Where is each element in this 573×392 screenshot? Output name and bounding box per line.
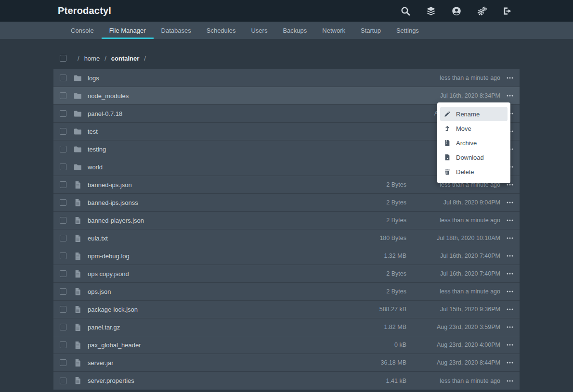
context-menu-item-download[interactable]: Download (440, 150, 508, 164)
row-checkbox[interactable] (60, 164, 66, 170)
file-name: package-lock.json (88, 306, 353, 313)
row-actions-button[interactable] (500, 301, 520, 318)
context-menu-item-archive[interactable]: Archive (440, 136, 508, 150)
file-icon (74, 216, 82, 225)
file-modified-date: less than a minute ago (406, 288, 500, 295)
row-actions-button[interactable] (500, 336, 520, 354)
tab-console[interactable]: Console (63, 22, 102, 39)
row-checkbox[interactable] (60, 235, 66, 241)
file-row[interactable]: logs less than a minute ago (53, 69, 520, 87)
file-name: banned-ips.jsonss (88, 199, 353, 206)
tab-network[interactable]: Network (314, 22, 353, 39)
row-actions-button[interactable] (500, 194, 520, 212)
menu-item-label: Download (456, 154, 484, 161)
row-checkbox[interactable] (60, 110, 66, 117)
tab-file-manager[interactable]: File Manager (102, 22, 154, 39)
row-checkbox[interactable] (60, 378, 66, 384)
layers-icon[interactable] (426, 6, 436, 16)
context-menu-item-delete[interactable]: Delete (440, 164, 508, 179)
file-row[interactable]: ops copy.jsond 2 Bytes Jul 16th, 2020 7:… (53, 265, 520, 283)
file-modified-date: Jul 16th, 2020 7:40PM (406, 253, 500, 259)
top-bar: Pterodactyl (0, 0, 573, 22)
file-row[interactable]: npm-debug.log 1.32 MB Jul 16th, 2020 7:4… (53, 247, 520, 265)
row-checkbox[interactable] (60, 359, 66, 366)
row-actions-button[interactable] (500, 229, 520, 247)
file-row[interactable]: banned-players.json 2 Bytes less than a … (53, 212, 520, 229)
row-checkbox[interactable] (60, 75, 66, 81)
row-actions-button[interactable] (500, 247, 520, 265)
sign-out-icon[interactable] (503, 6, 512, 16)
context-menu-item-move[interactable]: Move (440, 121, 508, 136)
file-row[interactable]: panel.tar.gz 1.82 MB Aug 23rd, 2020 3:59… (53, 318, 520, 336)
folder-icon (74, 110, 82, 118)
file-name: eula.txt (88, 235, 353, 242)
row-actions-button[interactable] (500, 354, 520, 372)
file-manager-content: / home / container / logs less than a mi… (53, 39, 520, 390)
ellipsis-icon (506, 359, 514, 367)
row-checkbox[interactable] (60, 341, 66, 348)
row-actions-button[interactable] (500, 212, 520, 229)
file-row[interactable]: package-lock.json 588.27 kB Jul 15th, 20… (53, 301, 520, 318)
select-all-checkbox[interactable] (60, 55, 66, 62)
row-checkbox[interactable] (60, 324, 66, 330)
file-icon (74, 288, 82, 296)
breadcrumb-slash: / (144, 55, 146, 62)
tab-settings[interactable]: Settings (389, 22, 427, 39)
row-checkbox[interactable] (60, 92, 66, 99)
tab-users[interactable]: Users (243, 22, 275, 39)
folder-icon (74, 74, 82, 82)
breadcrumb-current-dir[interactable]: container (111, 55, 140, 62)
cogs-icon[interactable] (477, 6, 487, 16)
file-size: 180 Bytes (353, 235, 406, 241)
row-checkbox[interactable] (60, 253, 66, 259)
ellipsis-icon (506, 377, 514, 385)
row-checkbox[interactable] (60, 128, 66, 135)
folder-icon (74, 163, 82, 171)
user-circle-icon[interactable] (452, 6, 461, 16)
row-actions-button[interactable] (500, 265, 520, 283)
file-icon (74, 270, 82, 278)
file-size: 2 Bytes (353, 199, 406, 206)
search-icon[interactable] (401, 6, 410, 16)
tab-startup[interactable]: Startup (353, 22, 389, 39)
file-size: 2 Bytes (353, 181, 406, 188)
row-actions-button[interactable] (500, 283, 520, 301)
row-checkbox[interactable] (60, 199, 66, 206)
file-row[interactable]: banned-ips.jsonss 2 Bytes Jul 8th, 2020 … (53, 194, 520, 212)
file-row[interactable]: server.properties 1.41 kB less than a mi… (53, 372, 520, 390)
row-actions-button[interactable] (500, 69, 520, 87)
row-checkbox[interactable] (60, 146, 66, 152)
file-name: test (88, 128, 353, 135)
row-actions-button[interactable] (500, 87, 520, 105)
row-checkbox[interactable] (60, 288, 66, 295)
breadcrumb-home-link[interactable]: home (84, 55, 100, 62)
file-row[interactable]: pax_global_header 0 kB Aug 23rd, 2020 4:… (53, 336, 520, 354)
row-checkbox[interactable] (60, 217, 66, 224)
folder-icon (74, 92, 82, 100)
row-actions-button[interactable] (500, 372, 520, 390)
folder-icon (74, 145, 82, 153)
file-name: testing (88, 146, 353, 153)
file-icon (74, 377, 82, 385)
file-icon (74, 181, 82, 189)
row-checkbox[interactable] (60, 270, 66, 277)
context-menu-item-rename[interactable]: Rename (440, 107, 508, 121)
ellipsis-icon (506, 252, 514, 260)
tab-schedules[interactable]: Schedules (199, 22, 244, 39)
tab-backups[interactable]: Backups (275, 22, 314, 39)
file-row[interactable]: eula.txt 180 Bytes Jul 18th, 2020 10:10A… (53, 229, 520, 247)
file-name: world (88, 164, 353, 171)
file-row[interactable]: server.jar 36.18 MB Aug 23rd, 2020 8:44P… (53, 354, 520, 372)
menu-item-label: Delete (456, 168, 474, 176)
row-actions-button[interactable] (500, 318, 520, 336)
file-icon (74, 252, 82, 260)
file-name: banned-players.json (88, 217, 353, 224)
file-icon (74, 199, 82, 207)
row-checkbox[interactable] (60, 181, 66, 188)
file-row[interactable]: ops.json 2 Bytes less than a minute ago (53, 283, 520, 301)
tab-databases[interactable]: Databases (154, 22, 199, 39)
file-name: panel.tar.gz (88, 324, 353, 331)
row-checkbox[interactable] (60, 306, 66, 313)
file-size: 1.32 MB (353, 253, 406, 259)
file-modified-date: Jul 16th, 2020 7:40PM (406, 270, 500, 277)
